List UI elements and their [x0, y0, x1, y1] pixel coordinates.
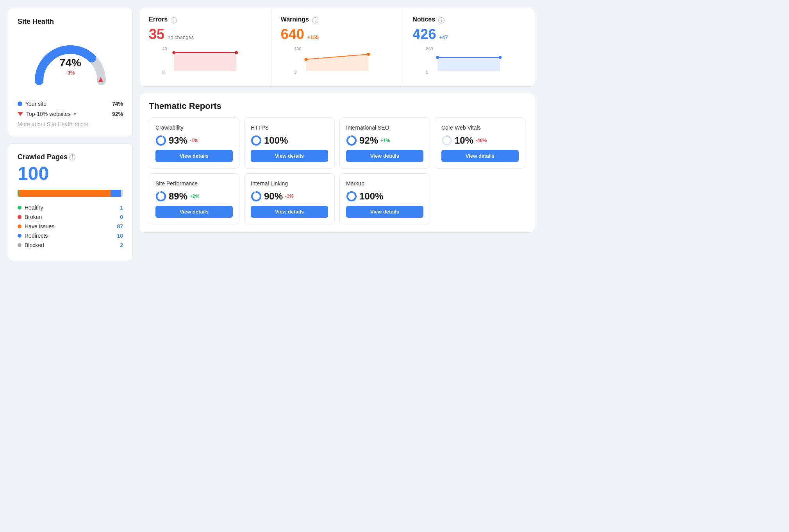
dot-broken [18, 215, 21, 219]
score-markup: 100% [359, 191, 383, 202]
svg-point-9 [304, 58, 307, 61]
crawled-pages-title: Crawled Pages [18, 153, 68, 161]
svg-point-15 [499, 56, 502, 59]
score-crawlability: 93% [169, 135, 187, 146]
report-markup: Markup 100% View details [339, 173, 430, 224]
report-name-intl-seo: International SEO [346, 124, 423, 131]
report-name-internal-linking: Internal Linking [251, 180, 328, 187]
notices-change: +47 [439, 34, 448, 40]
view-details-crawlability[interactable]: View details [155, 150, 233, 162]
view-details-internal-linking[interactable]: View details [251, 206, 328, 218]
reports-grid-top: Crawlability 93% -1% View details HTTPS [149, 117, 525, 169]
legend-redirects: Redirects 10 [18, 233, 123, 239]
top-sites-value: 92% [112, 111, 123, 117]
svg-point-14 [436, 56, 439, 59]
value-healthy: 1 [120, 205, 123, 211]
crawled-bar [18, 190, 123, 197]
donut-https [251, 135, 262, 146]
errors-info-icon[interactable]: i [171, 17, 177, 23]
label-broken: Broken [25, 214, 42, 220]
label-blocked: Blocked [25, 242, 44, 248]
warnings-chart: 800 0 [281, 46, 394, 77]
site-health-card: Site Health 74% -3% Your si [8, 8, 133, 137]
score-intl-seo: 92% [359, 135, 378, 146]
legend-blocked: Blocked 2 [18, 242, 123, 248]
view-details-https[interactable]: View details [251, 150, 328, 162]
svg-text:800: 800 [426, 46, 433, 51]
svg-text:40: 40 [162, 46, 167, 51]
bar-blocked [121, 190, 123, 197]
donut-markup [346, 191, 357, 202]
value-broken: 0 [120, 214, 123, 220]
label-redirects: Redirects [25, 233, 48, 239]
svg-marker-3 [174, 53, 236, 71]
report-site-perf: Site Performance 89% +2% View details [149, 173, 239, 224]
thematic-reports-card: Thematic Reports Crawlability 93% -1% Vi… [139, 93, 535, 233]
crawled-pages-info-icon[interactable]: i [69, 154, 75, 160]
view-details-intl-seo[interactable]: View details [346, 150, 423, 162]
svg-point-4 [172, 51, 175, 54]
svg-text:0: 0 [162, 70, 164, 75]
gauge-change: -3% [66, 70, 75, 76]
svg-point-29 [347, 192, 356, 201]
view-details-site-perf[interactable]: View details [155, 206, 233, 218]
legend-issues: Have issues 87 [18, 223, 123, 230]
your-site-legend: Your site 74% [18, 101, 123, 107]
view-details-cwv[interactable]: View details [441, 150, 519, 162]
notices-chart: 800 0 [412, 46, 525, 77]
notices-card: Notices i 426 +47 800 0 [403, 8, 535, 86]
top-sites-triangle [18, 112, 23, 116]
dot-issues [18, 224, 21, 228]
donut-cwv [441, 135, 452, 146]
svg-point-17 [157, 136, 165, 145]
gauge-container: 74% -3% [18, 32, 123, 94]
score-site-perf: 89% [169, 191, 187, 202]
report-internal-linking: Internal Linking 90% -1% View details [244, 173, 335, 224]
score-internal-linking: 90% [264, 191, 283, 202]
crawled-number: 100 [18, 163, 123, 184]
score-https: 100% [264, 135, 288, 146]
notices-info-icon[interactable]: i [438, 17, 444, 23]
errors-subtext: no changes [168, 34, 194, 40]
value-issues: 87 [117, 223, 123, 230]
legend-healthy: Healthy 1 [18, 205, 123, 211]
your-site-dot [18, 101, 22, 106]
your-site-value: 74% [112, 101, 123, 107]
svg-text:0: 0 [294, 70, 296, 75]
thematic-reports-title: Thematic Reports [149, 101, 525, 111]
more-about-link[interactable]: More about Site Health score [18, 121, 123, 127]
reports-grid-bottom: Site Performance 89% +2% View details In… [149, 173, 525, 224]
label-healthy: Healthy [25, 205, 43, 211]
svg-point-5 [235, 51, 238, 54]
notices-number: 426 [412, 26, 436, 43]
report-https: HTTPS 100% View details [244, 117, 335, 169]
donut-crawlability [155, 135, 166, 146]
bar-redirects [111, 190, 121, 197]
report-name-https: HTTPS [251, 124, 328, 131]
gauge-percent: 74% [59, 57, 81, 69]
report-cwv: Core Web Vitals 10% -40% View details [435, 117, 525, 169]
report-crawlability: Crawlability 93% -1% View details [149, 117, 239, 169]
errors-chart: 40 0 [149, 46, 262, 77]
top-sites-legend: Top-10% websites ▾ 92% [18, 111, 123, 117]
svg-point-10 [367, 53, 370, 56]
report-name-markup: Markup [346, 180, 423, 187]
warnings-info-icon[interactable]: i [312, 17, 318, 23]
donut-internal-linking [251, 191, 262, 202]
report-name-site-perf: Site Performance [155, 180, 233, 187]
dot-healthy [18, 206, 21, 210]
donut-intl-seo [346, 135, 357, 146]
view-details-markup[interactable]: View details [346, 206, 423, 218]
errors-label: Errors [149, 16, 168, 23]
svg-text:800: 800 [294, 46, 301, 51]
value-redirects: 10 [117, 233, 123, 239]
metrics-row: Errors i 35 no changes 40 0 [139, 8, 535, 87]
gauge-center: 74% -3% [59, 57, 81, 76]
change-site-perf: +2% [190, 194, 199, 199]
svg-point-19 [252, 136, 261, 145]
warnings-number: 640 [281, 26, 304, 43]
your-site-label: Your site [25, 101, 46, 107]
site-health-title: Site Health [18, 18, 123, 26]
change-cwv: -40% [476, 138, 487, 143]
dropdown-arrow[interactable]: ▾ [74, 112, 76, 117]
